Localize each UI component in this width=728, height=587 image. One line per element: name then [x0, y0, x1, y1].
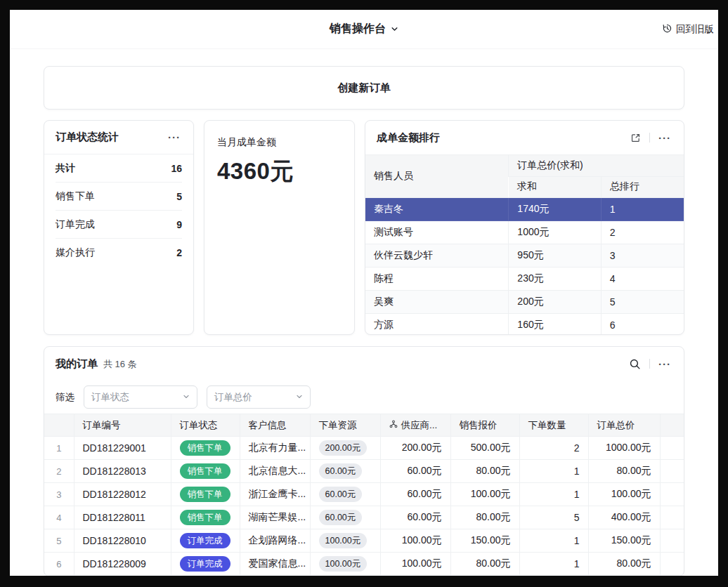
order-id-cell: DD181228013 — [74, 460, 171, 483]
resource-cell: 60.00元 — [310, 506, 380, 529]
column-header-resource[interactable]: 下单资源 — [310, 414, 380, 437]
amount-value: 4360元 — [217, 156, 342, 187]
qty-cell: 1 — [519, 529, 588, 553]
order-total-filter-select[interactable]: 订单总价 — [207, 385, 311, 409]
column-header-total[interactable]: 订单总价 — [588, 414, 660, 437]
ranking-row[interactable]: 方源 160元 6 — [365, 313, 684, 334]
ranking-row[interactable]: 伙伴云魏少轩 950元 3 — [365, 244, 684, 267]
page-title: 销售操作台 — [330, 22, 386, 37]
status-cell: 销售下单 — [171, 437, 240, 460]
dashboard-content: 创建新订单 订单状态统计 ··· 共计 16 销售下单 5 订单完成 — [10, 49, 718, 576]
sum-value: 200元 — [509, 290, 601, 313]
ranking-row[interactable]: 陈程 230元 4 — [365, 267, 684, 290]
column-group-header: 订单总价(求和) — [509, 155, 684, 176]
total-cell: 80.00元 — [588, 553, 660, 576]
supplier-cell: 60.00元 — [380, 506, 450, 529]
supplier-cell: 200.00元 — [380, 437, 450, 460]
order-status-filter-select[interactable]: 订单状态 — [84, 385, 197, 409]
row-number-header — [44, 414, 74, 437]
qty-cell: 1 — [519, 483, 588, 506]
column-header-sum: 求和 — [509, 176, 601, 197]
quote-cell: 80.00元 — [450, 460, 519, 483]
person-name: 方源 — [365, 313, 509, 334]
sum-value: 1000元 — [509, 220, 601, 244]
rank-value: 6 — [601, 313, 684, 334]
resource-badge: 60.00元 — [319, 510, 363, 526]
status-cell: 订单完成 — [171, 529, 240, 553]
stat-value: 9 — [176, 219, 182, 230]
column-header-quote[interactable]: 销售报价 — [450, 414, 519, 437]
column-header-extra — [660, 414, 684, 437]
ranking-card: 成单金额排行 ··· 销售人员 — [365, 120, 684, 335]
topbar: 销售操作台 回到旧版 — [10, 10, 718, 49]
resource-cell: 200.00元 — [310, 437, 380, 460]
ranking-row[interactable]: 吴爽 200元 5 — [365, 290, 684, 313]
status-badge: 销售下单 — [180, 510, 230, 526]
resource-cell: 60.00元 — [310, 483, 380, 506]
stat-row[interactable]: 销售下单 5 — [56, 183, 182, 211]
column-header-person: 销售人员 — [365, 155, 509, 197]
orders-count: 共 16 条 — [103, 358, 137, 371]
export-icon[interactable] — [629, 131, 642, 145]
orders-header-row: 订单编号 订单状态 客户信息 下单资源 供应商... — [44, 414, 684, 437]
qty-cell: 1 — [519, 460, 588, 483]
table-row[interactable]: 1 DD181229001 销售下单 北京有力量... 200.00元 200.… — [44, 437, 684, 460]
stat-value: 5 — [176, 191, 182, 202]
more-icon[interactable]: ··· — [657, 357, 672, 371]
card-title: 成单金额排行 — [377, 131, 440, 145]
ranking-row-selected[interactable]: 秦吉冬 1740元 1 — [365, 197, 684, 220]
row-number: 1 — [44, 437, 74, 460]
client-cell: 湖南芒果娱... — [240, 506, 310, 529]
table-row[interactable]: 2 DD181228013 销售下单 北京信息大... 60.00元 60.00… — [44, 460, 684, 483]
total-cell: 1000.00元 — [588, 437, 660, 460]
stat-value: 2 — [176, 247, 182, 258]
column-header-status[interactable]: 订单状态 — [171, 414, 240, 437]
status-badge: 销售下单 — [180, 463, 230, 480]
client-cell: 浙江金鹰卡... — [240, 483, 310, 506]
sum-value: 1740元 — [509, 197, 601, 220]
row-number: 2 — [44, 460, 74, 483]
qty-cell: 5 — [519, 506, 588, 529]
stat-row[interactable]: 媒介执行 2 — [56, 239, 182, 267]
extra-cell — [660, 483, 684, 506]
stat-row-total[interactable]: 共计 16 — [56, 154, 182, 183]
sum-value: 160元 — [509, 313, 601, 334]
resource-badge: 100.00元 — [319, 556, 368, 572]
workspace-switcher[interactable]: 销售操作台 — [330, 22, 398, 37]
supplier-cell: 60.00元 — [380, 460, 450, 483]
create-order-label: 创建新订单 — [338, 81, 391, 95]
filter-label: 筛选 — [56, 391, 74, 404]
back-to-old-version-button[interactable]: 回到旧版 — [662, 10, 714, 48]
chevron-down-icon — [296, 392, 303, 402]
ranking-row[interactable]: 测试账号 1000元 2 — [365, 220, 684, 244]
more-icon[interactable]: ··· — [167, 131, 182, 144]
relation-icon — [389, 420, 398, 430]
resource-cell: 100.00元 — [310, 529, 380, 553]
supplier-cell: 100.00元 — [380, 529, 450, 553]
qty-cell: 1 — [519, 553, 588, 576]
stat-row[interactable]: 订单完成 9 — [56, 211, 182, 239]
total-cell: 150.00元 — [588, 529, 660, 553]
orders-table: 订单编号 订单状态 客户信息 下单资源 供应商... — [44, 414, 684, 576]
extra-cell — [660, 553, 684, 576]
column-header-client[interactable]: 客户信息 — [240, 414, 310, 437]
order-status-stats-card: 订单状态统计 ··· 共计 16 销售下单 5 订单完成 9 媒介执行 2 — [44, 120, 194, 335]
create-order-button[interactable]: 创建新订单 — [44, 66, 684, 110]
more-icon[interactable]: ··· — [657, 131, 672, 145]
row-number: 4 — [44, 506, 74, 529]
column-header-qty[interactable]: 下单数量 — [519, 414, 588, 437]
monthly-amount-card: 当月成单金额 4360元 — [204, 120, 355, 335]
table-row[interactable]: 6 DD181228009 订单完成 爱国家信息... 100.00元 100.… — [44, 553, 684, 576]
table-row[interactable]: 4 DD181228011 销售下单 湖南芒果娱... 60.00元 60.00… — [44, 506, 684, 529]
column-header-order-id[interactable]: 订单编号 — [74, 414, 171, 437]
status-cell: 销售下单 — [171, 506, 240, 529]
row-number: 6 — [44, 553, 74, 576]
search-icon[interactable] — [628, 357, 642, 371]
table-row[interactable]: 3 DD181228012 销售下单 浙江金鹰卡... 60.00元 60.00… — [44, 483, 684, 506]
extra-cell — [660, 506, 684, 529]
select-placeholder: 订单状态 — [91, 391, 129, 404]
column-header-supplier[interactable]: 供应商... — [380, 414, 450, 437]
table-row[interactable]: 5 DD181228010 订单完成 企划路网络... 100.00元 100.… — [44, 529, 684, 553]
amount-title: 当月成单金额 — [217, 136, 342, 149]
divider — [649, 133, 650, 143]
